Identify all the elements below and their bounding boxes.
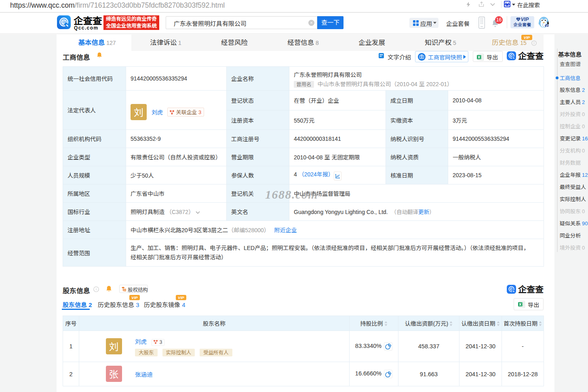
svg-text:i: i bbox=[534, 41, 535, 45]
svg-text:i: i bbox=[96, 287, 97, 291]
